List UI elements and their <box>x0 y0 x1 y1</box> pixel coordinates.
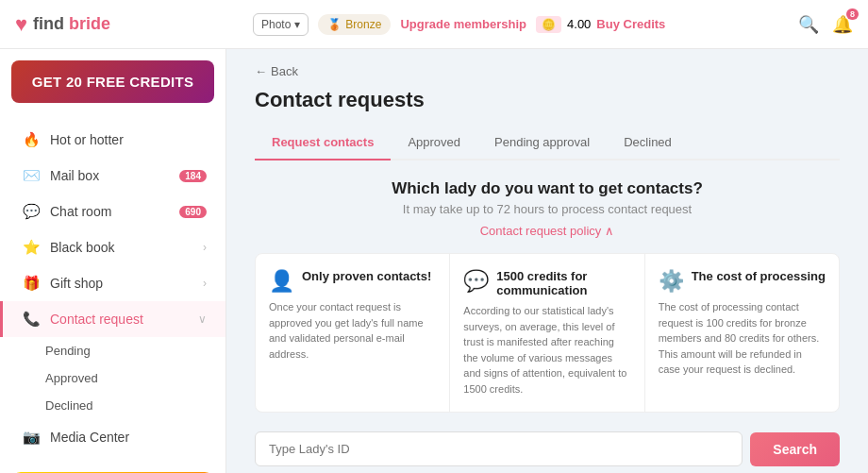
cost-processing-title: The cost of processing <box>692 269 826 283</box>
chat-badge: 690 <box>179 206 207 218</box>
sidebar-item-mail-box[interactable]: ✉️ Mail box 184 <box>0 158 225 194</box>
proven-contacts-text: Once your contact request is approved yo… <box>269 299 436 362</box>
proven-contacts-title: Only proven contacts! <box>302 269 431 283</box>
main-layout: GET 20 FREE CREDITS 🔥 Hot or hotter ✉️ M… <box>0 49 868 473</box>
search-button[interactable]: Search <box>750 432 840 466</box>
info-card-cost-processing: ⚙️ The cost of processing The cost of pr… <box>645 254 839 412</box>
sidebar-item-hot-or-hotter[interactable]: 🔥 Hot or hotter <box>0 122 225 158</box>
tab-pending-approval[interactable]: Pending approval <box>477 127 607 160</box>
cost-processing-icon: ⚙️ <box>659 269 684 294</box>
page-title: Contact requests <box>255 88 840 112</box>
submenu-item-declined[interactable]: Declined <box>45 392 225 419</box>
back-link[interactable]: ← Back <box>255 64 840 78</box>
logo-text: find bride <box>33 14 110 34</box>
nav-icons: 🔍 🔔 8 <box>798 14 853 35</box>
cta-button[interactable]: GET 20 FREE CREDITS <box>11 60 214 103</box>
chevron-right-icon: › <box>203 241 207 254</box>
content-wrapper: ← Back Contact requests Request contacts… <box>226 49 868 473</box>
cost-processing-text: The cost of processing contact request i… <box>659 299 826 378</box>
membership-badge: 🥉 Bronze <box>318 14 391 35</box>
chevron-down-icon: ∨ <box>198 313 207 326</box>
tab-request-contacts[interactable]: Request contacts <box>255 127 391 160</box>
top-nav: ♥ find bride Photo ▾ 🥉 Bronze Upgrade me… <box>0 0 868 49</box>
credits-display: 🪙 4.00 Buy Credits <box>536 16 665 33</box>
info-card-credits-communication: 💬 1500 credits for communication Accordi… <box>450 254 644 412</box>
sidebar-item-gift-shop[interactable]: 🎁 Gift shop › <box>0 265 225 301</box>
search-button[interactable]: 🔍 <box>798 14 819 35</box>
search-bar: Search <box>255 431 840 466</box>
submenu-item-pending[interactable]: Pending <box>45 337 225 364</box>
info-cards: 👤 Only proven contacts! Once your contac… <box>255 253 840 413</box>
chevron-up-icon: ∧ <box>605 224 614 238</box>
chevron-down-icon: ▾ <box>294 18 300 31</box>
sidebar-item-media-center[interactable]: 📷 Media Center <box>0 419 225 455</box>
tab-approved[interactable]: Approved <box>391 127 477 160</box>
credits-communication-icon: 💬 <box>463 269 489 294</box>
main-content: ← Back Contact requests Request contacts… <box>226 49 868 473</box>
buy-credits-link[interactable]: Buy Credits <box>596 17 665 31</box>
section-header: Which lady do you want to get contacts? … <box>255 179 840 216</box>
photo-button[interactable]: Photo ▾ <box>253 13 309 36</box>
phone-icon: 📞 <box>22 311 41 328</box>
hot-icon: 🔥 <box>22 131 41 148</box>
upgrade-link[interactable]: Upgrade membership <box>400 17 526 31</box>
search-input[interactable] <box>255 431 743 466</box>
sidebar-nav: 🔥 Hot or hotter ✉️ Mail box 184 💬 Chat r… <box>0 114 225 463</box>
gift-icon: 🎁 <box>22 275 41 292</box>
sidebar-item-black-book[interactable]: ⭐ Black book › <box>0 229 225 265</box>
submenu-item-approved[interactable]: Approved <box>45 364 225 392</box>
section-title: Which lady do you want to get contacts? <box>255 179 840 198</box>
info-card-proven-contacts: 👤 Only proven contacts! Once your contac… <box>256 254 450 412</box>
chevron-right-icon: › <box>203 277 207 290</box>
bronze-icon: 🥉 <box>327 18 342 31</box>
credits-communication-title: 1500 credits for communication <box>496 269 630 297</box>
logo-heart-icon: ♥ <box>15 12 27 37</box>
credits-communication-text: According to our statistical lady's surv… <box>463 303 630 397</box>
section-subtitle: It may take up to 72 hours to process co… <box>255 202 840 216</box>
tab-declined[interactable]: Declined <box>607 127 689 160</box>
contact-request-submenu: Pending Approved Declined <box>0 337 225 419</box>
tab-bar: Request contacts Approved Pending approv… <box>255 127 840 160</box>
chat-icon: 💬 <box>22 203 41 220</box>
mail-icon: ✉️ <box>22 167 41 184</box>
mail-badge: 184 <box>179 170 207 182</box>
proven-contacts-icon: 👤 <box>269 269 294 294</box>
logo: ♥ find bride <box>15 12 242 37</box>
arrow-left-icon: ← <box>255 64 267 78</box>
notifications-button[interactable]: 🔔 8 <box>832 14 853 35</box>
notification-badge: 8 <box>846 8 859 20</box>
camera-icon: 📷 <box>22 429 41 446</box>
policy-toggle[interactable]: Contact request policy ∧ <box>255 224 840 238</box>
nav-controls: Photo ▾ 🥉 Bronze Upgrade membership 🪙 4.… <box>253 13 853 36</box>
sidebar-item-chat-room[interactable]: 💬 Chat room 690 <box>0 194 225 229</box>
star-icon: ⭐ <box>22 239 41 256</box>
sidebar: GET 20 FREE CREDITS 🔥 Hot or hotter ✉️ M… <box>0 49 226 473</box>
credits-icon: 🪙 <box>536 16 561 33</box>
sidebar-item-contact-request[interactable]: 📞 Contact request ∨ <box>0 301 225 337</box>
